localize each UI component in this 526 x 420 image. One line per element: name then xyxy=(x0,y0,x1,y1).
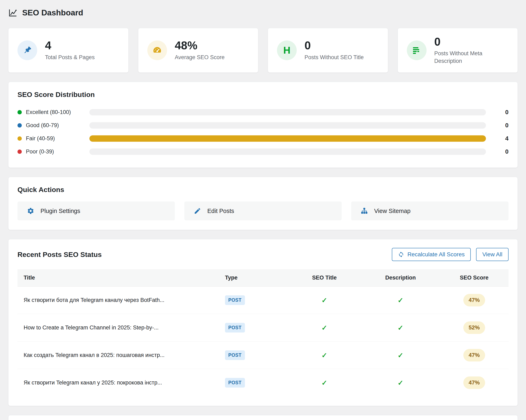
distribution-row-fair: Fair (40-59) 4 xyxy=(18,132,508,145)
chart-line-icon xyxy=(8,8,18,18)
post-type-badge: POST xyxy=(225,295,245,305)
distribution-row-excellent: Excellent (80-100) 0 xyxy=(18,106,508,119)
recalculate-all-scores-button[interactable]: Recalculate All Scores xyxy=(392,248,471,261)
column-header-seo-score: SEO Score xyxy=(440,269,508,287)
refresh-icon xyxy=(398,251,404,258)
seo-title-check-icon: ✓ xyxy=(321,324,327,332)
panel-title: SEO Score Distribution xyxy=(18,90,508,99)
distribution-count: 4 xyxy=(486,135,508,142)
description-check-icon: ✓ xyxy=(398,379,404,387)
seo-score-badge: 47% xyxy=(463,294,485,306)
gear-icon xyxy=(27,207,34,215)
distribution-row-good: Good (60-79) 0 xyxy=(18,119,508,132)
column-header-description: Description xyxy=(361,269,440,287)
sitemap-icon xyxy=(361,207,368,215)
distribution-label: Poor (0-39) xyxy=(26,149,54,155)
recent-posts-panel: Recent Posts SEO Status Recalculate All … xyxy=(8,239,518,406)
view-sitemap-button[interactable]: View Sitemap xyxy=(351,201,508,220)
post-title: How to Create a Telegram Channel in 2025… xyxy=(18,314,219,341)
post-title: Как создать Telegram канал в 2025: пошаг… xyxy=(18,341,219,369)
stat-label: Average SEO Score xyxy=(175,54,225,61)
seo-score-badge: 47% xyxy=(463,349,485,361)
table-row: Как создать Telegram канал в 2025: пошаг… xyxy=(18,341,508,369)
plugin-settings-button[interactable]: Plugin Settings xyxy=(18,201,175,220)
seo-score-badge: 52% xyxy=(463,321,485,334)
description-check-icon: ✓ xyxy=(398,351,404,359)
heading-icon: H xyxy=(277,40,297,60)
column-header-type: Type xyxy=(219,269,288,287)
distribution-label: Good (60-79) xyxy=(26,122,59,129)
broken-links-panel: Broken Internal Links Check All Links In… xyxy=(8,415,518,420)
seo-title-check-icon: ✓ xyxy=(321,379,327,387)
good-dot xyxy=(18,123,22,128)
excellent-dot xyxy=(18,110,22,114)
column-header-seo-title: SEO Title xyxy=(287,269,361,287)
quick-action-label: View Sitemap xyxy=(374,208,411,214)
edit-posts-button[interactable]: Edit Posts xyxy=(184,201,342,220)
post-type-badge: POST xyxy=(225,323,245,332)
recent-posts-table: Title Type SEO Title Description SEO Sco… xyxy=(18,269,508,396)
column-header-title: Title xyxy=(18,269,219,287)
post-title: Як створити бота для Telegram каналу чер… xyxy=(18,287,219,314)
post-type-badge: POST xyxy=(225,378,245,388)
fair-bar-track xyxy=(89,135,486,142)
distribution-label: Fair (40-59) xyxy=(26,135,55,142)
pushpin-icon xyxy=(18,40,37,60)
distribution-row-poor: Poor (0-39) 0 xyxy=(18,145,508,158)
distribution-count: 0 xyxy=(486,148,508,155)
gauge-icon xyxy=(147,40,167,60)
stat-card-average-score: 48% Average SEO Score xyxy=(138,28,258,73)
distribution-rows: Excellent (80-100) 0 Good (60-79) 0 xyxy=(18,106,508,158)
poor-bar-track xyxy=(89,149,486,155)
table-row: How to Create a Telegram Channel in 2025… xyxy=(18,314,508,341)
stat-value: 4 xyxy=(45,40,95,51)
good-bar-track xyxy=(89,122,486,129)
excellent-bar-track xyxy=(89,109,486,115)
seo-title-check-icon: ✓ xyxy=(321,351,327,359)
quick-action-label: Plugin Settings xyxy=(40,208,80,214)
distribution-label: Excellent (80-100) xyxy=(26,109,71,115)
pencil-icon xyxy=(194,207,201,215)
stat-cards: 4 Total Posts & Pages 48% Average SEO Sc… xyxy=(8,28,518,73)
description-check-icon: ✓ xyxy=(398,296,404,304)
stat-card-posts-without-seo-title: H 0 Posts Without SEO Title xyxy=(268,28,388,73)
table-row: Як створити Telegram канал у 2025: покро… xyxy=(18,369,508,397)
distribution-count: 0 xyxy=(486,109,508,116)
stat-value: 0 xyxy=(304,40,364,51)
distribution-count: 0 xyxy=(486,122,508,129)
stat-card-total-posts: 4 Total Posts & Pages xyxy=(8,28,129,73)
poor-dot xyxy=(18,150,22,154)
stat-label: Posts Without SEO Title xyxy=(304,54,364,61)
post-type-badge: POST xyxy=(225,350,245,360)
seo-score-badge: 47% xyxy=(463,376,485,389)
stat-value: 0 xyxy=(434,36,509,48)
table-header-row: Title Type SEO Title Description SEO Sco… xyxy=(18,269,508,287)
post-title: Як створити Telegram канал у 2025: покро… xyxy=(18,369,219,397)
seo-title-check-icon: ✓ xyxy=(321,296,327,304)
page-title: SEO Dashboard xyxy=(22,8,83,17)
stat-value: 48% xyxy=(175,40,225,51)
view-all-button[interactable]: View All xyxy=(476,248,508,261)
description-check-icon: ✓ xyxy=(398,324,404,332)
stat-card-posts-without-meta-description: 0 Posts Without Meta Description xyxy=(398,28,518,73)
fair-bar-fill xyxy=(89,135,486,142)
quick-action-label: Edit Posts xyxy=(207,208,234,214)
seo-score-distribution-panel: SEO Score Distribution Excellent (80-100… xyxy=(8,82,518,168)
page-header: SEO Dashboard xyxy=(8,8,518,18)
stat-label: Posts Without Meta Description xyxy=(434,50,509,65)
table-row: Як створити бота для Telegram каналу чер… xyxy=(18,287,508,314)
text-lines-icon xyxy=(407,40,426,60)
quick-actions-panel: Quick Actions Plugin Settings Edit Posts xyxy=(8,177,518,230)
recalculate-label: Recalculate All Scores xyxy=(407,251,465,258)
seo-dashboard-page: SEO Dashboard 4 Total Posts & Pages xyxy=(0,0,526,420)
stat-label: Total Posts & Pages xyxy=(45,54,95,61)
panel-title: Quick Actions xyxy=(18,186,508,194)
view-all-label: View All xyxy=(482,251,502,258)
panel-title: Recent Posts SEO Status xyxy=(18,250,102,259)
fair-dot xyxy=(18,136,22,141)
